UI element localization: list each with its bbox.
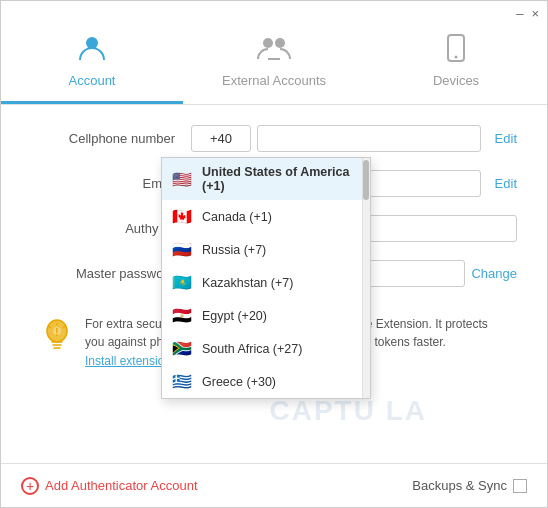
tab-account[interactable]: Account [1,25,183,104]
dropdown-item-ca-label: Canada (+1) [202,210,272,224]
flag-gr: 🇬🇷 [172,372,194,391]
svg-point-1 [263,38,273,48]
backup-sync-label: Backups & Sync [412,478,507,493]
tab-devices[interactable]: Devices [365,25,547,104]
flag-ru: 🇷🇺 [172,240,194,259]
flag-kz: 🇰🇿 [172,273,194,292]
external-accounts-icon [256,33,292,67]
svg-point-4 [455,56,458,59]
email-edit-link[interactable]: Edit [495,176,517,191]
master-password-change-link[interactable]: Change [471,266,517,281]
close-button[interactable]: × [531,7,539,20]
tab-devices-label: Devices [433,73,479,88]
bottom-bar: + Add Authenticator Account Backups & Sy… [1,463,547,507]
flag-us: 🇺🇸 [172,170,194,189]
phone-number-input[interactable] [257,125,481,152]
dropdown-item-us-label: United States of America (+1) [202,165,360,193]
dropdown-item-ca[interactable]: 🇨🇦 Canada (+1) [162,200,370,233]
cellphone-edit-link[interactable]: Edit [495,131,517,146]
phone-prefix-button[interactable]: +40 [191,125,251,152]
add-account-label: Add Authenticator Account [45,478,198,493]
install-extension-link[interactable]: Install extension [85,354,171,368]
cellphone-row: Cellphone number +40 Edit [31,125,517,152]
minimize-button[interactable]: – [516,7,523,20]
add-authenticator-account-button[interactable]: + Add Authenticator Account [21,477,198,495]
tab-account-label: Account [69,73,116,88]
dropdown-item-us[interactable]: 🇺🇸 United States of America (+1) [162,158,370,200]
dropdown-scrollbar-thumb [363,160,369,200]
backup-sync-checkbox[interactable] [513,479,527,493]
bulb-icon: ! [41,317,73,360]
dropdown-item-eg-label: Egypt (+20) [202,309,267,323]
cellphone-field: +40 Edit [191,125,517,152]
account-icon [77,33,107,67]
content-area: Cellphone number +40 Edit 🇺🇸 United Stat… [1,105,547,409]
dropdown-item-ru[interactable]: 🇷🇺 Russia (+7) [162,233,370,266]
country-dropdown[interactable]: 🇺🇸 United States of America (+1) 🇨🇦 Cana… [161,157,371,399]
svg-text:!: ! [55,326,59,338]
dropdown-item-gr-label: Greece (+30) [202,375,276,389]
devices-icon [445,33,467,67]
dropdown-item-za[interactable]: 🇿🇦 South Africa (+27) [162,332,370,365]
flag-ca: 🇨🇦 [172,207,194,226]
tab-bar: Account External Accounts Devices [1,25,547,105]
tab-external-accounts-label: External Accounts [222,73,326,88]
flag-za: 🇿🇦 [172,339,194,358]
tab-external-accounts[interactable]: External Accounts [183,25,365,104]
dropdown-item-gr[interactable]: 🇬🇷 Greece (+30) [162,365,370,398]
dropdown-item-eg[interactable]: 🇪🇬 Egypt (+20) [162,299,370,332]
add-icon: + [21,477,39,495]
dropdown-scrollbar[interactable] [362,158,370,398]
backup-sync-area: Backups & Sync [412,478,527,493]
dropdown-item-kz[interactable]: 🇰🇿 Kazakhstan (+7) [162,266,370,299]
title-bar-controls: – × [516,7,539,20]
svg-point-2 [275,38,285,48]
title-bar: – × [1,1,547,25]
dropdown-item-za-label: South Africa (+27) [202,342,302,356]
dropdown-item-kz-label: Kazakhstan (+7) [202,276,293,290]
dropdown-item-ru-label: Russia (+7) [202,243,266,257]
flag-eg: 🇪🇬 [172,306,194,325]
cellphone-label: Cellphone number [31,131,191,146]
